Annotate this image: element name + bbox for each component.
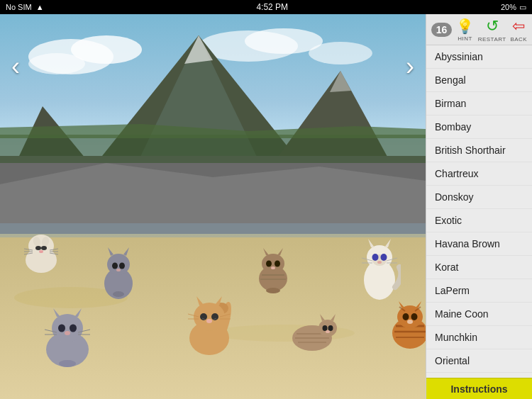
cat-dark-gray[interactable] <box>99 245 138 304</box>
svg-point-35 <box>107 254 130 275</box>
breed-item-birman[interactable]: Birman <box>426 92 532 116</box>
breed-item-laperm[interactable]: LaPerm <box>426 279 532 303</box>
breed-item-bengal[interactable]: Bengal <box>426 69 532 92</box>
forward-nav-button[interactable]: › <box>394 45 426 88</box>
svg-point-77 <box>271 266 275 269</box>
svg-point-112 <box>407 320 413 324</box>
cat-tabby-beach[interactable] <box>284 308 337 357</box>
hint-button[interactable]: 💡 HINT <box>456 18 474 42</box>
svg-marker-37 <box>123 247 129 256</box>
status-left: No SIM ▲ <box>6 3 44 11</box>
svg-marker-9 <box>0 106 142 227</box>
svg-marker-16 <box>0 124 426 138</box>
back-button[interactable]: ⇦ BACK <box>510 17 527 43</box>
svg-marker-58 <box>196 296 204 305</box>
svg-marker-93 <box>384 239 391 247</box>
svg-marker-85 <box>331 314 336 321</box>
restart-icon: ↺ <box>486 17 499 35</box>
breed-item-oriental[interactable]: Oriental <box>426 349 532 373</box>
back-label: BACK <box>510 36 527 43</box>
svg-point-49 <box>59 360 76 367</box>
svg-marker-8 <box>113 35 284 213</box>
cat-siamese[interactable] <box>358 237 401 304</box>
wifi-icon: ▲ <box>36 3 44 11</box>
breed-item-chartreux[interactable]: Chartreux <box>426 162 532 186</box>
breed-item-exotic[interactable]: Exotic <box>426 209 532 232</box>
cat-orange-fluffy[interactable] <box>181 294 238 361</box>
svg-point-88 <box>326 330 330 333</box>
breed-item-korat[interactable]: Korat <box>426 256 532 279</box>
svg-marker-7 <box>57 35 340 213</box>
svg-marker-73 <box>263 248 269 255</box>
svg-point-87 <box>328 325 333 331</box>
svg-point-26 <box>35 246 41 250</box>
svg-marker-10 <box>227 71 426 227</box>
svg-point-47 <box>70 325 77 332</box>
svg-marker-13 <box>0 156 426 234</box>
breed-item-abyssinian[interactable]: Abyssinian <box>426 45 532 69</box>
svg-point-41 <box>113 291 124 297</box>
svg-point-39 <box>119 263 125 269</box>
cat-white[interactable] <box>18 223 64 279</box>
right-toolbar: 16 💡 HINT ↺ RESTART ⇦ BACK <box>426 14 532 45</box>
score-display: 16 <box>431 23 453 37</box>
breed-item-havana-brown[interactable]: Havana Brown <box>426 232 532 256</box>
cat-tabby-standing[interactable] <box>252 247 294 299</box>
cat-tiger[interactable] <box>389 301 426 354</box>
svg-point-46 <box>58 325 65 332</box>
forward-arrow-icon: › <box>406 52 414 82</box>
svg-marker-15 <box>0 135 426 163</box>
svg-point-96 <box>377 261 382 264</box>
svg-point-6 <box>309 42 372 64</box>
back-nav-button[interactable]: ‹ <box>0 45 31 88</box>
svg-marker-36 <box>108 247 113 256</box>
svg-point-3 <box>28 53 85 74</box>
restart-label: RESTART <box>478 36 506 43</box>
score-badge: 16 <box>431 23 453 37</box>
svg-point-111 <box>411 313 418 320</box>
breed-item-donskoy[interactable]: Donskoy <box>426 186 532 209</box>
svg-point-43 <box>52 314 83 342</box>
breed-item-maine-coon[interactable]: Maine Coon <box>426 303 532 326</box>
instructions-label: Instructions <box>450 383 507 395</box>
cat-large-gray[interactable] <box>39 308 96 371</box>
svg-point-95 <box>381 254 387 261</box>
background-scene: ‹ › <box>0 14 426 399</box>
back-icon: ⇦ <box>512 17 525 35</box>
carrier-label: No SIM <box>6 3 32 11</box>
svg-point-78 <box>266 288 280 293</box>
back-arrow-icon: ‹ <box>11 52 20 82</box>
svg-marker-92 <box>368 239 375 247</box>
svg-rect-20 <box>0 223 426 237</box>
status-bar: No SIM ▲ 4:52 PM 20% ▭ <box>0 0 532 14</box>
svg-point-4 <box>199 30 298 62</box>
svg-point-25 <box>41 246 47 250</box>
svg-marker-74 <box>277 248 283 255</box>
breed-item-persian[interactable]: Persian <box>426 373 532 378</box>
breed-item-british-shorthair[interactable]: British Shorthair <box>426 139 532 162</box>
svg-point-27 <box>39 250 43 253</box>
breed-item-munchkin[interactable]: Munchkin <box>426 326 532 349</box>
battery-icon: ▭ <box>519 3 526 12</box>
restart-button[interactable]: ↺ RESTART <box>478 17 506 43</box>
svg-marker-11 <box>184 35 213 64</box>
battery-label: 20% <box>501 3 516 11</box>
svg-marker-84 <box>320 314 325 321</box>
breeds-list: AbyssinianBengalBirmanBombayBritish Shor… <box>426 45 532 378</box>
svg-marker-12 <box>330 71 351 92</box>
instructions-button[interactable]: Instructions <box>426 378 532 399</box>
svg-point-5 <box>245 28 323 54</box>
breed-item-bombay[interactable]: Bombay <box>426 116 532 139</box>
svg-point-76 <box>275 261 280 267</box>
svg-point-86 <box>323 325 328 331</box>
svg-marker-45 <box>74 308 82 317</box>
hint-icon: 💡 <box>456 18 474 35</box>
right-panel: 16 💡 HINT ↺ RESTART ⇦ BACK AbyssinianBen… <box>426 14 532 399</box>
status-time: 4:52 PM <box>256 2 288 12</box>
svg-point-72 <box>262 254 284 274</box>
svg-point-22 <box>28 235 54 257</box>
svg-point-40 <box>116 269 121 271</box>
svg-point-1 <box>28 39 113 74</box>
svg-point-83 <box>318 320 337 337</box>
svg-point-110 <box>403 313 409 320</box>
